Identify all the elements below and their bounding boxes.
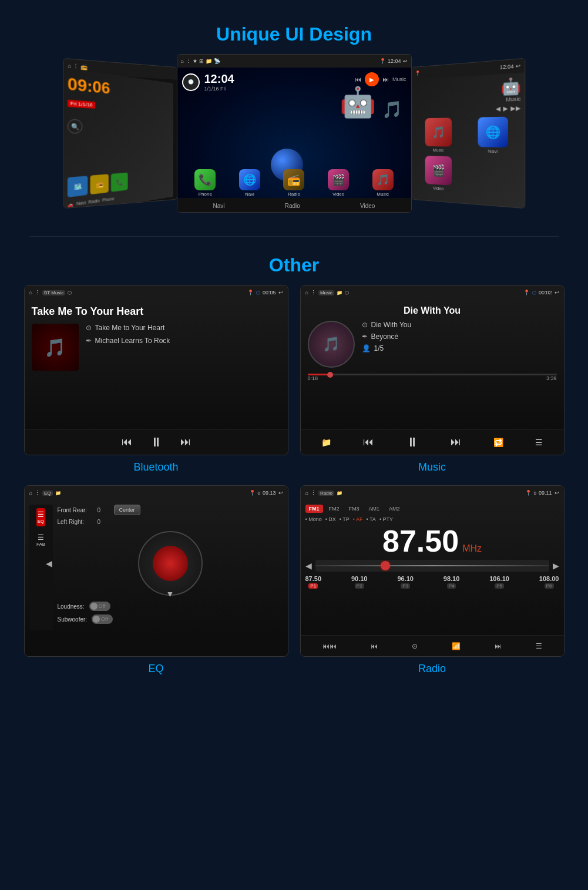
radio-menu-btn[interactable]: ☰ [536,642,542,650]
center-app-video[interactable]: 🎬 Video [328,169,349,197]
navi-icon[interactable]: 🗺️ [67,176,87,197]
song-icon-m: ⊙ [362,321,368,329]
right-app-video[interactable]: 🎬 Video [415,156,463,193]
preset-p3[interactable]: 96.10 P3 [397,575,414,589]
center-time: 12:04 [388,58,401,64]
play-mini[interactable]: ▶ [365,72,379,86]
pin-icon-c: 📍 [379,58,386,64]
bt-next-btn[interactable]: ⏭ [180,436,191,448]
next-mini[interactable]: ⏭ [382,76,389,83]
center-app-navi[interactable]: 🌐 Navi [239,169,260,197]
eq-arrow-down[interactable]: ▼ [166,589,174,599]
eq-knob[interactable] [138,531,203,596]
bt-play-btn[interactable]: ⏸ [150,435,163,450]
radio-card-header: ⌂ ⋮ Radio 📁 📍 0 09:11 ↩ [301,486,564,500]
pin-icon-radio: 📍 [525,490,532,496]
center-app-radio[interactable]: 📻 Radio [283,169,304,197]
bt-prev-btn[interactable]: ⏮ [122,436,132,448]
right-navi-label: Navi [488,149,497,155]
radio-scan-btn[interactable]: ⊙ [412,642,418,650]
cast-icon-c: 📡 [214,58,220,64]
phone-label: Phone [102,196,114,203]
music-label-mini: Music [392,76,406,82]
music-repeat-btn[interactable]: 🔁 [493,438,503,447]
home-icon-bt: ⌂ [29,290,32,295]
music-label-container: Music [300,461,565,473]
prev-r[interactable]: ◀ [496,105,500,112]
band-am1[interactable]: AM1 [365,505,384,513]
music-player-mini: ⏮ ▶ ⏭ Music [355,72,406,86]
android-robot: 🤖 [340,85,376,119]
track-icon-m: 👤 [362,344,371,352]
radio-label: Radio [418,663,446,674]
prev-mini[interactable]: ⏮ [355,76,361,83]
eq-icon: 📁 [55,491,61,496]
phone-icon[interactable]: 📞 [110,172,127,192]
preset-p2-label: P2 [355,583,364,589]
radio-card-body: FM1 FM2 FM3 AM1 AM2 Mono DX TP AF TA PTY… [301,500,564,635]
music-card-title: Die With You [308,305,557,316]
music-label: Music [418,461,446,473]
signal-radio: 0 [534,491,536,496]
radio-right-btn[interactable]: ▶ [553,561,559,570]
right-app-music[interactable]: 🎵 Music [415,117,463,153]
play-r[interactable]: ▶ [503,105,508,112]
bt-artist-name: Michael Learns To Rock [95,337,170,345]
next-r[interactable]: ▶▶ [510,105,520,112]
preset-p4[interactable]: 98.10 P4 [443,575,460,589]
eq-tab-fab[interactable]: ☰ FAB [35,531,46,549]
eq-left-right-row: Left Right: 0 [58,519,283,525]
preset-p5-label: P5 [495,583,504,589]
radio-next-btn[interactable]: ⏭ [495,642,502,650]
radio-bands: FM1 FM2 FM3 AM1 AM2 [305,505,559,513]
preset-p1[interactable]: 87.50 P1 [305,575,322,589]
preset-p6[interactable]: 108.00 P6 [539,575,559,589]
eq-card-body: ☰ EQ ☰ FAB Front Rear: 0 Center Left Rig… [25,500,288,635]
music-next-btn[interactable]: ⏭ [451,436,461,448]
center-video-bottom: Video [360,203,375,209]
radio-left-btn[interactable]: ◀ [305,561,312,570]
band-am2[interactable]: AM2 [385,505,404,513]
music-prev-btn[interactable]: ⏮ [363,436,374,448]
front-rear-value: 0 [98,507,109,513]
opt-ta: TA [367,516,376,522]
eq-tab-eq[interactable]: ☰ EQ [36,508,46,526]
band-fm3[interactable]: FM3 [345,505,363,513]
music-menu-btn[interactable]: ☰ [535,438,543,447]
preset-p2[interactable]: 90.10 P2 [351,575,368,589]
band-fm2[interactable]: FM2 [325,505,343,513]
radio-slider[interactable] [315,560,549,572]
radio-fast-prev[interactable]: ⏮⏮ [322,642,337,650]
navi-app-icon: 🌐 [239,169,260,190]
band-fm1[interactable]: FM1 [305,505,323,513]
subwoofer-thumb [93,616,100,623]
loudness-toggle[interactable]: Off [89,602,110,611]
subwoofer-toggle[interactable]: Off [92,614,113,624]
right-app-navi[interactable]: 🌐 Navi [466,116,520,155]
radio-icon-nav[interactable]: 📻 [90,174,108,194]
menu-icon-c: ⋮ [186,58,191,64]
radio-header-right: 📍 0 09:11 ↩ [525,490,559,496]
bt-info: ⊙ Take Me to Your Heart ✒ Michael Learns… [86,324,170,345]
center-body: 🕛 12:04 1/1/16 Fri ⏮ ▶ ⏭ Music 🤖 [177,68,411,213]
preset-p3-freq: 96.10 [397,575,414,582]
eq-center-btn[interactable]: Center [114,505,140,515]
phone-app-label: Phone [199,192,212,197]
music-badge: Music [318,290,334,295]
music-progress-bar[interactable] [308,374,557,375]
radio-slider-row: ◀ ▶ [305,560,559,572]
signal-eq: 0 [258,491,260,496]
center-app-phone[interactable]: 📞 Phone [194,169,216,197]
radio-prev-btn[interactable]: ⏮ [371,642,378,650]
music-play-btn[interactable]: ⏸ [406,435,419,450]
music-folder-btn[interactable]: 📁 [321,438,331,447]
radio-wifi-btn[interactable]: 📶 [452,642,461,650]
loudness-thumb [90,603,98,610]
left-search[interactable]: 🔍 [67,119,82,133]
preset-p5[interactable]: 106.10 P5 [489,575,509,589]
pin-icon-r: 📍 [415,70,421,76]
center-app-music[interactable]: 🎵 Music [372,169,394,197]
progress-thumb [327,372,333,378]
eq-arrow-left[interactable]: ◀ [46,559,52,568]
music-notes-icon: 🎵 [44,337,66,358]
